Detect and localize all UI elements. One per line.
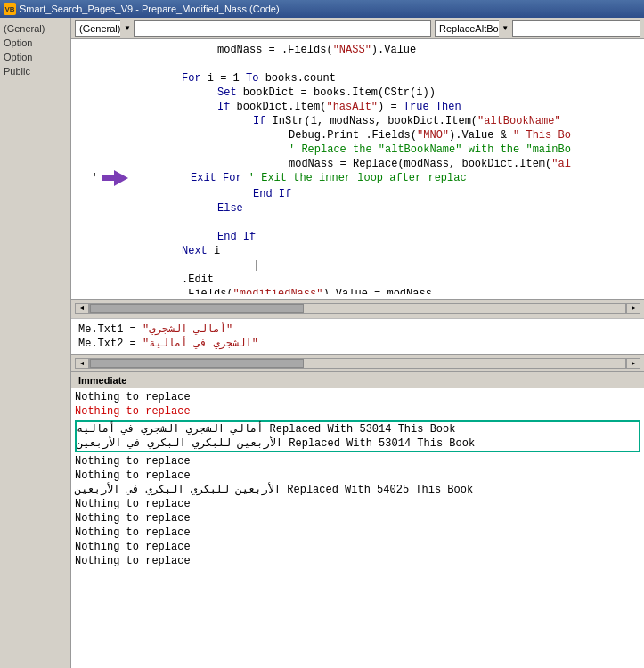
combo-general[interactable]: (General) ▼ (75, 20, 431, 37)
combo-general-arrow[interactable]: ▼ (120, 20, 135, 37)
imm-line-1: Nothing to replace (75, 390, 640, 404)
code-line-9: modNass = Replace(modNass, bookDict.Item… (75, 157, 637, 171)
code-line-4: Set bookDict = books.Item(CStr(i)) (75, 86, 637, 100)
imm-line-5: Nothing to replace (75, 454, 640, 468)
bottom-scrollbar[interactable]: ◄ ► (71, 354, 644, 371)
bottom-line-1: Me.Txt1 = "أمالي الشجري" (78, 322, 637, 337)
code-line-16: | (75, 258, 637, 273)
immediate-header: Immediate (71, 371, 644, 388)
scroll-left-btn[interactable]: ◄ (75, 303, 89, 314)
code-line-17: .Edit (75, 273, 637, 287)
sidebar: (General) Option Option Public (0, 18, 71, 668)
highlighted-box: أمالي الشجري الشجري في أماليه Replaced W… (75, 420, 640, 452)
scrollbar-thumb[interactable] (90, 304, 304, 313)
imm-line-10: Nothing to replace (75, 525, 640, 540)
scrollbar-track[interactable] (89, 303, 626, 314)
imm-line-6: Nothing to replace (75, 468, 640, 483)
imm-line-3: أمالي الشجري الشجري في أماليه Replaced W… (77, 422, 639, 436)
code-line-3: For i = 1 To books.count (75, 71, 637, 86)
imm-line-11: Nothing to replace (75, 540, 640, 554)
icon-label: VB (4, 5, 14, 13)
imm-line-7: الأربعين للبكري البكري في الأربعين Repla… (75, 483, 640, 497)
imm-line-2: Nothing to replace (75, 404, 640, 419)
immediate-label: Immediate (78, 375, 126, 386)
combo-replace[interactable]: ReplaceAltBo ▼ (435, 20, 640, 37)
sidebar-item-general[interactable]: (General) (0, 21, 70, 36)
imm-line-4: الأربعين للبكري البكري في الأربعين Repla… (77, 436, 639, 451)
bottom-code-area: Me.Txt1 = "أمالي الشجري" Me.Txt2 = "الشج… (71, 318, 644, 354)
sidebar-item-option2[interactable]: Option (0, 50, 70, 64)
code-toolbar: (General) ▼ ReplaceAltBo ▼ (71, 18, 644, 39)
window-title: Smart_Search_Pages_V9 - Prepare_Modified… (20, 4, 640, 14)
main-layout: (General) Option Option Public (General)… (0, 18, 644, 668)
immediate-content[interactable]: Nothing to replace Nothing to replace أم… (71, 388, 644, 668)
bottom-scroll-right[interactable]: ► (626, 358, 640, 369)
code-line-18: .Fields("modifiedNass").Value = modNass (75, 287, 637, 294)
code-line-12: Else (75, 201, 637, 216)
code-editor: modNass = .Fields("NASS").Value For i = … (71, 39, 644, 318)
code-line-2 (75, 57, 637, 71)
code-line-5: If bookDict.Item("hasAlt") = True Then (75, 100, 637, 114)
bottom-scrollbar-track[interactable] (89, 358, 626, 369)
title-bar: VB Smart_Search_Pages_V9 - Prepare_Modif… (0, 0, 644, 18)
app-icon: VB (4, 3, 16, 15)
code-line-8: ' Replace the "altBookName" with the "ma… (75, 143, 637, 157)
code-line-13 (75, 216, 637, 230)
combo-replace-arrow[interactable]: ▼ (499, 20, 513, 37)
sidebar-item-option1[interactable]: Option (0, 36, 70, 50)
imm-line-12: Nothing to replace (75, 554, 640, 568)
code-line-14: End If (75, 230, 637, 244)
code-content[interactable]: modNass = .Fields("NASS").Value For i = … (71, 39, 644, 294)
imm-line-8: Nothing to replace (75, 497, 640, 511)
content-area: (General) ▼ ReplaceAltBo ▼ modNass = .Fi… (71, 18, 644, 668)
sidebar-item-public[interactable]: Public (0, 64, 70, 78)
code-line-10: ' Exit For ' Exit the inner loop after r… (75, 171, 637, 187)
code-line-15: Next i (75, 244, 637, 258)
code-line-1: modNass = .Fields("NASS").Value (75, 43, 637, 57)
code-scrollbar[interactable]: ◄ ► (71, 299, 644, 315)
code-line-7: Debug.Print .Fields("MNO").Value & " Thi… (75, 128, 637, 143)
scroll-right-btn[interactable]: ► (626, 303, 640, 314)
imm-line-9: Nothing to replace (75, 511, 640, 525)
code-line-11: End If (75, 187, 637, 201)
code-line-6: If InStr(1, modNass, bookDict.Item("altB… (75, 114, 637, 128)
bottom-scroll-left[interactable]: ◄ (75, 358, 89, 369)
bottom-scrollbar-thumb[interactable] (90, 359, 304, 368)
bottom-line-2: Me.Txt2 = "الشجري في أمالية" (78, 337, 637, 351)
